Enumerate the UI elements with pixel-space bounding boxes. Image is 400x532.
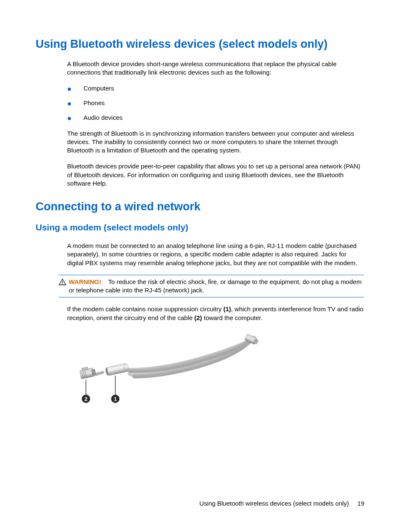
paragraph-noise-suppression: If the modem cable contains noise suppre… xyxy=(67,305,364,322)
warning-text: WARNING! To reduce the risk of electric … xyxy=(69,278,364,295)
bullet-icon: ● xyxy=(67,85,72,93)
warning-callout: WARNING! To reduce the risk of electric … xyxy=(59,275,364,298)
page-footer: Using Bluetooth wireless devices (select… xyxy=(199,500,364,507)
bullet-text: Phones xyxy=(83,99,105,106)
bullet-list: ● Computers ● Phones ● Audio devices xyxy=(67,85,364,122)
warning-icon xyxy=(59,279,66,287)
callout-label-2: 2 xyxy=(84,396,87,402)
callout-ref-1: (1) xyxy=(223,305,231,312)
paragraph-strength: The strength of Bluetooth is in synchron… xyxy=(67,129,364,155)
warning-body-text: To reduce the risk of electric shock, fi… xyxy=(69,278,361,294)
paragraph-modem-intro: A modem must be connected to an analog t… xyxy=(67,242,364,267)
warning-label: WARNING! xyxy=(69,278,101,285)
footer-section-title: Using Bluetooth wireless devices (select… xyxy=(199,500,349,507)
warning-body xyxy=(103,278,108,285)
subheading-modem: Using a modem (select models only) xyxy=(36,222,364,232)
svg-point-1 xyxy=(62,283,63,284)
bullet-icon: ● xyxy=(67,100,72,107)
list-item: ● Phones xyxy=(67,99,364,107)
heading-bluetooth: Using Bluetooth wireless devices (select… xyxy=(36,38,364,51)
text-fragment: If the modem cable contains noise suppre… xyxy=(67,305,223,312)
list-item: ● Computers xyxy=(67,85,364,93)
footer-page-number: 19 xyxy=(357,500,364,507)
bullet-icon: ● xyxy=(67,114,72,122)
figure-modem-cable: 2 1 xyxy=(67,330,364,415)
list-item: ● Audio devices xyxy=(67,114,364,122)
heading-wired: Connecting to a wired network xyxy=(36,200,364,213)
paragraph-peer: Bluetooth devices provide peer-to-peer c… xyxy=(67,162,364,188)
text-fragment: toward the computer. xyxy=(202,314,262,321)
callout-ref-2: (2) xyxy=(195,314,202,321)
bullet-text: Computers xyxy=(83,85,114,92)
callout-label-1: 1 xyxy=(114,396,117,402)
bullet-text: Audio devices xyxy=(83,114,122,121)
paragraph-intro: A Bluetooth device provides short-range … xyxy=(67,60,364,77)
